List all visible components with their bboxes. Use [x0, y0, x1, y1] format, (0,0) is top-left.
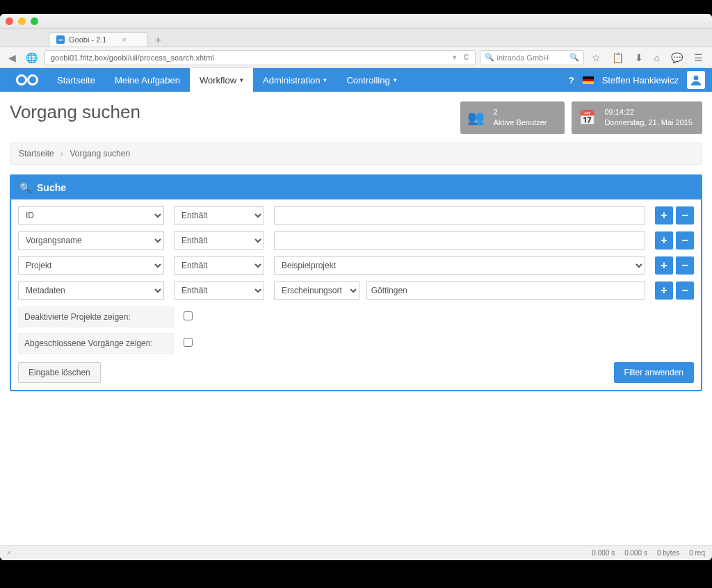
home-icon[interactable]: ⌂: [651, 52, 663, 63]
nav-label: Meine Aufgaben: [115, 75, 180, 85]
tab-title: Goobi - 2.1: [69, 35, 106, 44]
add-row-button[interactable]: +: [655, 231, 673, 250]
breadcrumb-item: Vorgang suchen: [70, 149, 130, 158]
help-icon[interactable]: ?: [569, 75, 574, 85]
nav-label: Workflow: [200, 75, 236, 85]
status-bytes: 0 bytes: [657, 549, 679, 557]
globe-icon: 🌐: [23, 52, 40, 63]
add-row-button[interactable]: +: [655, 256, 673, 275]
stat-time: 09:14:22: [604, 107, 693, 117]
chevron-down-icon: ▾: [394, 76, 397, 83]
search-row: Vorgangsname Enthält + −: [18, 231, 694, 250]
search-panel: 🔍 Suche ID Enthält + − Vorgangsna: [10, 174, 702, 391]
value-input[interactable]: [274, 231, 645, 250]
address-text: goobi01.fritz.box/goobi/uii/process_sear…: [51, 54, 214, 62]
nav-label: Controlling: [346, 75, 389, 85]
nav-administration[interactable]: Administration▾: [253, 68, 337, 92]
stat-label: Aktive Benutzer: [493, 117, 547, 128]
apply-filter-button[interactable]: Filter anwenden: [614, 362, 694, 383]
nav-controlling[interactable]: Controlling▾: [337, 68, 406, 92]
nav-workflow[interactable]: Workflow▾: [190, 68, 253, 92]
breadcrumb-item[interactable]: Startseite: [19, 149, 54, 158]
add-row-button[interactable]: +: [655, 206, 673, 224]
active-users-stat: 👥 2 Aktive Benutzer: [460, 101, 565, 134]
datetime-stat: 📅 09:14:22 Donnerstag, 21. Mai 2015: [572, 101, 702, 134]
calendar-icon: 📅: [578, 109, 596, 126]
breadcrumb: Startseite › Vorgang suchen: [10, 142, 702, 165]
user-avatar-icon[interactable]: [687, 71, 705, 89]
operator-select[interactable]: Enthält: [174, 281, 264, 300]
field-select[interactable]: Metadaten: [18, 281, 164, 300]
svg-point-1: [29, 76, 38, 85]
svg-point-2: [694, 76, 699, 81]
favicon-icon: ∞: [56, 35, 65, 44]
subfield-select[interactable]: Erscheinungsort: [274, 281, 359, 300]
option-row: Deaktivierte Projekte zeigen:: [18, 307, 694, 327]
option-label: Abgeschlossene Vorgänge zeigen:: [18, 333, 174, 354]
search-row: ID Enthält + −: [18, 206, 694, 224]
breadcrumb-separator-icon: ›: [60, 149, 63, 158]
search-placeholder: intranda GmbH: [497, 54, 549, 62]
status-bar: × 0.000 s 0.000 s 0 bytes 0 req: [0, 545, 712, 560]
browser-tabstrip: ∞ Goobi - 2.1 × +: [0, 29, 712, 47]
search-engine-icon: 🔍: [485, 53, 494, 62]
deactivated-checkbox[interactable]: [184, 311, 193, 320]
remove-row-button[interactable]: −: [676, 206, 694, 224]
value-input[interactable]: [274, 206, 645, 224]
panel-header: 🔍 Suche: [11, 176, 701, 199]
option-row: Abgeschlossene Vorgänge zeigen:: [18, 333, 694, 354]
search-row: Metadaten Enthält Erscheinungsort + −: [18, 281, 694, 300]
stat-date: Donnerstag, 21. Mai 2015: [604, 117, 693, 128]
status-req: 0 req: [689, 549, 705, 557]
close-icon[interactable]: ×: [7, 549, 11, 557]
minimize-window-icon[interactable]: [18, 17, 26, 25]
users-icon: 👥: [467, 109, 485, 126]
window-titlebar: [0, 14, 712, 29]
chevron-down-icon: ▾: [323, 76, 327, 83]
remove-row-button[interactable]: −: [676, 281, 694, 300]
nav-meine-aufgaben[interactable]: Meine Aufgaben: [105, 68, 190, 92]
menu-icon[interactable]: ☰: [690, 52, 706, 63]
search-box[interactable]: 🔍 intranda GmbH 🔍: [480, 50, 584, 65]
field-select[interactable]: Vorgangsname: [18, 231, 164, 250]
new-tab-button[interactable]: +: [148, 34, 168, 47]
clear-button[interactable]: Eingabe löschen: [18, 362, 101, 383]
option-label: Deaktivierte Projekte zeigen:: [18, 307, 174, 327]
stat-count: 2: [493, 107, 547, 117]
back-button[interactable]: ◀: [6, 52, 19, 63]
chat-icon[interactable]: 💬: [668, 52, 686, 63]
add-row-button[interactable]: +: [655, 281, 673, 300]
maximize-window-icon[interactable]: [31, 17, 38, 25]
clipboard-icon[interactable]: 📋: [608, 52, 627, 63]
flag-de-icon[interactable]: [583, 76, 594, 84]
page-title: Vorgang suchen: [10, 101, 453, 123]
closed-checkbox[interactable]: [184, 338, 193, 347]
status-time1: 0.000 s: [592, 549, 615, 557]
address-bar[interactable]: goobi01.fritz.box/goobi/uii/process_sear…: [44, 50, 476, 65]
svg-point-0: [17, 76, 26, 85]
star-icon[interactable]: ☆: [588, 52, 604, 63]
nav-label: Startseite: [57, 75, 95, 85]
operator-select[interactable]: Enthält: [174, 256, 264, 275]
field-select[interactable]: ID: [18, 206, 164, 224]
search-row: Projekt Enthält Beispielprojekt + −: [18, 256, 694, 275]
remove-row-button[interactable]: −: [676, 256, 694, 275]
value-input[interactable]: [366, 281, 645, 300]
download-icon[interactable]: ⬇: [631, 52, 647, 63]
value-select[interactable]: Beispielprojekt: [274, 256, 645, 275]
status-time2: 0.000 s: [624, 549, 647, 557]
operator-select[interactable]: Enthält: [174, 206, 264, 224]
operator-select[interactable]: Enthält: [174, 231, 264, 250]
tab-close-icon[interactable]: ×: [122, 35, 126, 44]
nav-label: Administration: [263, 75, 320, 85]
field-select[interactable]: Projekt: [18, 256, 164, 275]
username[interactable]: Steffen Hankiewicz: [602, 75, 679, 85]
search-icon: 🔍: [19, 182, 31, 193]
app-logo[interactable]: [7, 68, 47, 92]
app-navbar: Startseite Meine Aufgaben Workflow▾ Admi…: [0, 68, 712, 92]
panel-title: Suche: [37, 182, 66, 193]
browser-tab[interactable]: ∞ Goobi - 2.1 ×: [49, 32, 148, 47]
nav-startseite[interactable]: Startseite: [47, 68, 105, 92]
remove-row-button[interactable]: −: [676, 231, 694, 250]
close-window-icon[interactable]: [6, 17, 13, 25]
